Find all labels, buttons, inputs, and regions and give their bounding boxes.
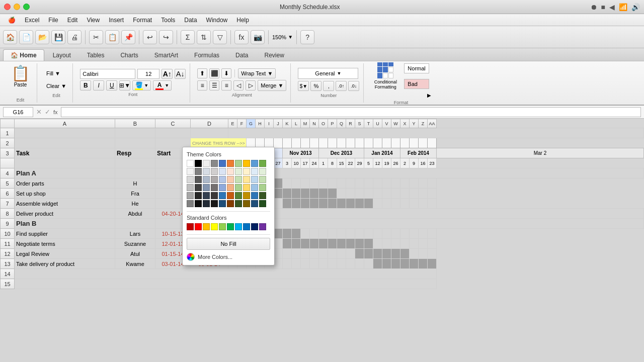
- x10[interactable]: [400, 229, 410, 239]
- theme-color-swatch-41[interactable]: [195, 192, 202, 199]
- cell-b3[interactable]: Resp: [115, 148, 155, 158]
- menu-help[interactable]: Help: [232, 16, 253, 25]
- col-f[interactable]: F: [237, 119, 247, 128]
- cell-b10[interactable]: Lars: [115, 229, 155, 239]
- col-r[interactable]: R: [346, 119, 355, 128]
- cell-a13[interactable]: Take delivery of product: [15, 259, 115, 269]
- autosum-btn[interactable]: Σ: [181, 30, 195, 44]
- w5[interactable]: [373, 178, 382, 189]
- col-z[interactable]: Z: [419, 119, 428, 128]
- theme-color-swatch-42[interactable]: [203, 192, 210, 199]
- z5[interactable]: [400, 178, 410, 189]
- align-top-btn[interactable]: ⬆: [197, 68, 207, 78]
- q10[interactable]: [337, 229, 346, 239]
- o6[interactable]: [301, 189, 310, 199]
- theme-color-swatch-6[interactable]: [235, 160, 242, 167]
- zoom-control[interactable]: 150% ▼: [272, 34, 293, 40]
- bad-style-button[interactable]: Bad: [404, 79, 429, 89]
- m6[interactable]: [283, 189, 292, 199]
- theme-color-swatch-1[interactable]: [195, 160, 202, 167]
- tab-tables[interactable]: Tables: [79, 49, 112, 61]
- cell-a6[interactable]: Set up shop: [15, 189, 115, 199]
- col-i[interactable]: I: [265, 119, 274, 128]
- aa6[interactable]: [410, 189, 419, 199]
- j13[interactable]: [274, 259, 283, 269]
- theme-color-swatch-22[interactable]: [203, 176, 210, 183]
- cell-a8[interactable]: Deliver product: [15, 209, 115, 219]
- o7[interactable]: [301, 199, 310, 209]
- p12[interactable]: [328, 249, 337, 259]
- theme-color-swatch-47[interactable]: [243, 192, 250, 199]
- standard-color-swatch-8[interactable]: [251, 223, 258, 230]
- menu-tools[interactable]: Tools: [157, 16, 179, 25]
- col-v[interactable]: V: [382, 119, 391, 128]
- theme-color-swatch-35[interactable]: [227, 184, 234, 191]
- standard-color-swatch-0[interactable]: [187, 223, 194, 230]
- theme-color-swatch-39[interactable]: [259, 184, 266, 191]
- u10[interactable]: [373, 229, 382, 239]
- standard-color-swatch-1[interactable]: [195, 223, 202, 230]
- cell-r2[interactable]: [346, 138, 355, 148]
- s12[interactable]: [355, 249, 364, 259]
- theme-color-swatch-20[interactable]: [187, 176, 194, 183]
- t13[interactable]: [364, 259, 373, 269]
- cell-t2[interactable]: [364, 138, 373, 148]
- format-group-arrow[interactable]: ▶: [402, 93, 431, 98]
- theme-color-swatch-4[interactable]: [219, 160, 226, 167]
- w13[interactable]: [391, 259, 400, 269]
- close-button[interactable]: [4, 4, 11, 10]
- cell-n2[interactable]: [310, 138, 319, 148]
- t6[interactable]: [346, 189, 355, 199]
- n6[interactable]: [292, 189, 301, 199]
- function-insert-btn[interactable]: fx: [53, 109, 58, 115]
- cell-gantt4[interactable]: [228, 168, 644, 178]
- cell-j2[interactable]: [274, 138, 283, 148]
- x6[interactable]: [382, 189, 391, 199]
- p5[interactable]: [310, 178, 319, 189]
- theme-color-swatch-12[interactable]: [203, 168, 210, 175]
- paste-button[interactable]: 📋 Paste: [8, 63, 33, 88]
- cell-b13[interactable]: Kwame: [115, 259, 155, 269]
- o5[interactable]: [301, 178, 310, 189]
- formula-input[interactable]: [61, 107, 641, 117]
- p6[interactable]: [310, 189, 319, 199]
- conditional-formatting-button[interactable]: Conditional Formatting: [371, 61, 400, 90]
- menu-view[interactable]: View: [83, 16, 104, 25]
- cell-b9[interactable]: [115, 219, 155, 229]
- col-x[interactable]: X: [400, 119, 410, 128]
- r5[interactable]: [328, 178, 337, 189]
- home-toolbar-btn[interactable]: 🏠: [3, 30, 17, 44]
- n10[interactable]: [310, 229, 319, 239]
- col-t[interactable]: T: [364, 119, 373, 128]
- align-left-btn[interactable]: ≡: [197, 80, 207, 90]
- cell-b4[interactable]: [115, 168, 155, 178]
- q6[interactable]: [319, 189, 328, 199]
- o12[interactable]: [319, 249, 328, 259]
- comma-btn[interactable]: ,: [323, 81, 334, 91]
- col-l[interactable]: L: [292, 119, 301, 128]
- p11[interactable]: [328, 239, 337, 249]
- menu-file[interactable]: File: [44, 16, 62, 25]
- t12[interactable]: [364, 249, 373, 259]
- cell-b8[interactable]: Abdul: [115, 209, 155, 219]
- theme-color-swatch-7[interactable]: [243, 160, 250, 167]
- theme-color-swatch-5[interactable]: [227, 160, 234, 167]
- s13[interactable]: [355, 259, 364, 269]
- theme-color-swatch-49[interactable]: [259, 192, 266, 199]
- standard-color-swatch-6[interactable]: [235, 223, 242, 230]
- increase-font-btn[interactable]: A↑: [162, 69, 173, 79]
- l10[interactable]: [292, 229, 301, 239]
- number-format-box[interactable]: General ▼: [298, 68, 358, 79]
- copy-btn[interactable]: 📋: [105, 30, 119, 44]
- cell-x3[interactable]: Feb 2014: [400, 148, 437, 158]
- currency-btn[interactable]: $▼: [298, 81, 309, 91]
- cell-aa2[interactable]: [428, 138, 437, 148]
- col-c[interactable]: C: [155, 119, 191, 128]
- minimize-button[interactable]: [14, 4, 20, 10]
- theme-color-swatch-32[interactable]: [203, 184, 210, 191]
- menu-window[interactable]: Window: [202, 16, 232, 25]
- r6[interactable]: [328, 189, 337, 199]
- col-h[interactable]: H: [256, 119, 265, 128]
- m12[interactable]: [301, 249, 310, 259]
- cell-b5[interactable]: H: [115, 178, 155, 189]
